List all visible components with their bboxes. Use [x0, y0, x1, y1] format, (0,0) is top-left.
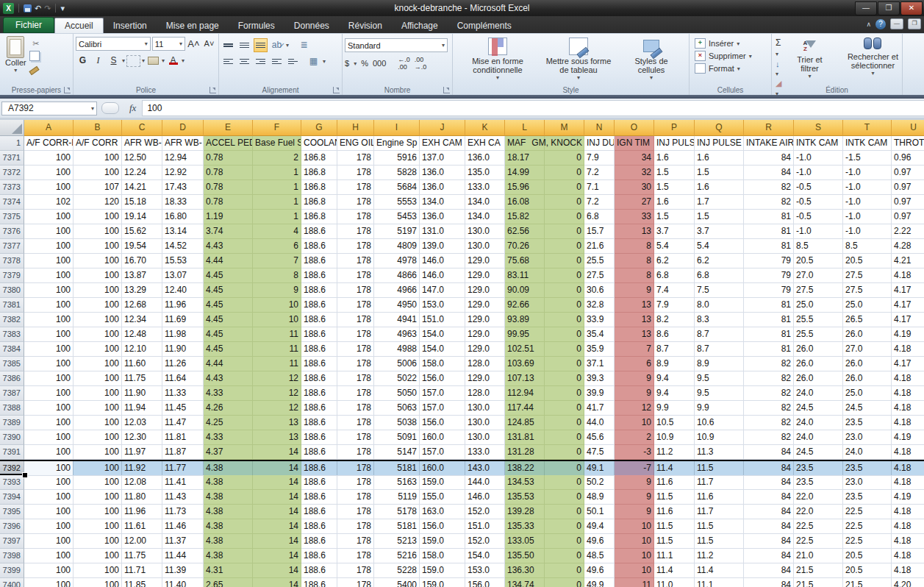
cell-J7380[interactable]: 147.0: [420, 283, 465, 298]
cell-U7374[interactable]: 0.97: [892, 195, 924, 210]
column-header-E[interactable]: E: [204, 120, 253, 136]
cell-L7374[interactable]: 16.08: [505, 195, 545, 210]
cell-Q7389[interactable]: 10.6: [695, 416, 744, 430]
cell-B7387[interactable]: 100: [74, 386, 122, 401]
cell-O7391[interactable]: -3: [615, 445, 654, 460]
cell-H7392[interactable]: 178: [337, 461, 374, 476]
header-cell-Q1[interactable]: INJ PULSE: [695, 136, 744, 151]
copy-icon[interactable]: [29, 51, 43, 63]
comma-style-icon[interactable]: 000: [373, 59, 386, 68]
row-header-7373[interactable]: 7373: [0, 180, 24, 195]
cell-P7378[interactable]: 6.2: [654, 254, 695, 268]
accounting-format-icon[interactable]: $: [345, 59, 349, 68]
cell-J7379[interactable]: 146.0: [420, 268, 465, 283]
cell-M7387[interactable]: 0: [545, 386, 584, 401]
increase-decimal-icon[interactable]: ←.0.00: [398, 56, 410, 71]
cell-N7380[interactable]: 30.6: [584, 283, 615, 298]
cell-J7396[interactable]: 156.0: [420, 519, 465, 534]
cell-L7378[interactable]: 75.68: [505, 254, 545, 268]
row-header-7399[interactable]: 7399: [0, 563, 24, 578]
align-bottom-icon[interactable]: [254, 38, 268, 52]
name-box[interactable]: A7392 ▾: [1, 102, 97, 115]
cell-G7382[interactable]: 188.6: [301, 313, 337, 327]
cell-J7387[interactable]: 157.0: [420, 386, 465, 401]
cell-H7377[interactable]: 178: [337, 239, 374, 254]
cell-S7385[interactable]: 26.0: [794, 357, 843, 371]
cell-E7384[interactable]: 4.45: [204, 342, 253, 357]
cell-Q7373[interactable]: 1.6: [695, 180, 744, 195]
cell-S7373[interactable]: -0.5: [794, 180, 843, 195]
tab-fichier[interactable]: Fichier: [3, 17, 54, 33]
cell-M7388[interactable]: 0: [545, 401, 584, 416]
cell-E7377[interactable]: 4.43: [204, 239, 253, 254]
cell-P7400[interactable]: 11.0: [654, 578, 695, 587]
column-header-N[interactable]: N: [584, 120, 615, 136]
format-painter-icon[interactable]: [29, 64, 43, 76]
cell-K7387[interactable]: 128.0: [465, 386, 505, 401]
delete-cells-button[interactable]: × Supprimer ▾: [695, 51, 766, 61]
cell-K7373[interactable]: 133.0: [465, 180, 505, 195]
cell-M7398[interactable]: 0: [545, 549, 584, 563]
cell-L7398[interactable]: 135.50: [505, 549, 545, 563]
cell-E7391[interactable]: 4.37: [204, 445, 253, 460]
row-header-7390[interactable]: 7390: [0, 430, 24, 445]
column-header-O[interactable]: O: [615, 120, 654, 136]
cell-G7381[interactable]: 188.6: [301, 298, 337, 313]
cell-M7396[interactable]: 0: [545, 519, 584, 534]
cell-F7373[interactable]: 1: [253, 180, 301, 195]
cell-B7394[interactable]: 100: [74, 490, 122, 505]
cell-D7375[interactable]: 16.80: [162, 210, 204, 224]
cell-T7387[interactable]: 25.0: [843, 386, 892, 401]
cell-P7393[interactable]: 11.6: [654, 475, 695, 490]
cell-I7382[interactable]: 4941: [374, 313, 420, 327]
cell-M7382[interactable]: 0: [545, 313, 584, 327]
cell-U7385[interactable]: 4.17: [892, 357, 924, 371]
cell-D7372[interactable]: 12.92: [162, 166, 204, 180]
header-cell-U1[interactable]: THROT: [892, 136, 924, 151]
cell-U7392[interactable]: 4.18: [892, 461, 924, 476]
row-header-7372[interactable]: 7372: [0, 166, 24, 180]
wrap-text-icon[interactable]: ≣: [297, 38, 311, 52]
merge-dropdown-icon[interactable]: ▾: [323, 58, 326, 65]
column-header-T[interactable]: T: [843, 120, 892, 136]
cell-A7400[interactable]: 100: [24, 578, 74, 587]
cell-R7381[interactable]: 81: [744, 298, 794, 313]
cell-F7395[interactable]: 14: [253, 505, 301, 519]
cell-L7375[interactable]: 15.82: [505, 210, 545, 224]
cell-F7378[interactable]: 7: [253, 254, 301, 268]
cell-F7374[interactable]: 1: [253, 195, 301, 210]
cell-R7393[interactable]: 84: [744, 475, 794, 490]
cell-J7381[interactable]: 153.0: [420, 298, 465, 313]
cell-K7394[interactable]: 146.0: [465, 490, 505, 505]
row-header-7387[interactable]: 7387: [0, 386, 24, 401]
tab-donnees[interactable]: Données: [284, 18, 339, 33]
cell-G7385[interactable]: 188.6: [301, 357, 337, 371]
cell-S7398[interactable]: 21.0: [794, 549, 843, 563]
cell-S7372[interactable]: -1.0: [794, 166, 843, 180]
cell-R7383[interactable]: 81: [744, 327, 794, 342]
cell-R7371[interactable]: 84: [744, 151, 794, 166]
cell-T7374[interactable]: -1.0: [843, 195, 892, 210]
cell-U7400[interactable]: 4.20: [892, 578, 924, 587]
cell-U7399[interactable]: 4.18: [892, 563, 924, 578]
cell-E7373[interactable]: 0.78: [204, 180, 253, 195]
cell-M7383[interactable]: 0: [545, 327, 584, 342]
cell-H7380[interactable]: 178: [337, 283, 374, 298]
workbook-restore-icon[interactable]: ❐: [908, 18, 921, 29]
cell-R7400[interactable]: 84: [744, 578, 794, 587]
header-cell-J1[interactable]: EXH CAM: [420, 136, 465, 151]
cell-C7399[interactable]: 11.71: [122, 563, 162, 578]
cell-P7390[interactable]: 10.9: [654, 430, 695, 445]
cell-D7393[interactable]: 11.41: [162, 475, 204, 490]
cell-R7382[interactable]: 81: [744, 313, 794, 327]
cell-O7381[interactable]: 13: [615, 298, 654, 313]
cell-A7379[interactable]: 100: [24, 268, 74, 283]
cell-F7390[interactable]: 13: [253, 430, 301, 445]
cell-K7385[interactable]: 128.0: [465, 357, 505, 371]
column-header-B[interactable]: B: [74, 120, 122, 136]
row-header-7400[interactable]: 7400: [0, 578, 24, 587]
cell-H7382[interactable]: 178: [337, 313, 374, 327]
cell-U7389[interactable]: 4.18: [892, 416, 924, 430]
cell-H7376[interactable]: 178: [337, 224, 374, 239]
cell-G7377[interactable]: 188.6: [301, 239, 337, 254]
